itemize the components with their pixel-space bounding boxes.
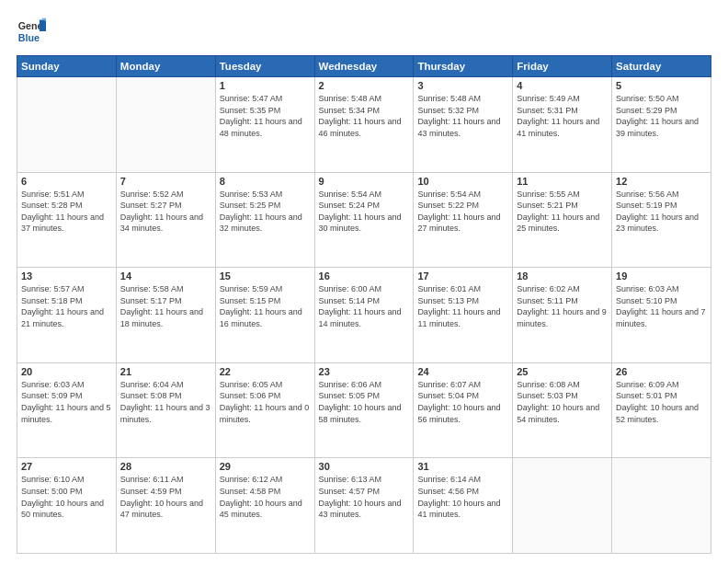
day-info: Sunrise: 6:08 AMSunset: 5:03 PMDaylight:… (517, 379, 608, 425)
day-info: Sunrise: 5:51 AMSunset: 5:28 PMDaylight:… (21, 189, 112, 235)
day-info: Sunrise: 5:48 AMSunset: 5:34 PMDaylight:… (319, 93, 410, 139)
day-info: Sunrise: 6:00 AMSunset: 5:14 PMDaylight:… (319, 283, 410, 329)
day-number: 18 (517, 270, 608, 282)
calendar-cell: 6Sunrise: 5:51 AMSunset: 5:28 PMDaylight… (17, 172, 117, 268)
calendar-cell: 16Sunrise: 6:00 AMSunset: 5:14 PMDayligh… (314, 268, 414, 363)
calendar-cell: 28Sunrise: 6:11 AMSunset: 4:59 PMDayligh… (116, 458, 215, 554)
calendar-cell: 18Sunrise: 6:02 AMSunset: 5:11 PMDayligh… (513, 268, 612, 363)
day-info: Sunrise: 5:59 AMSunset: 5:15 PMDaylight:… (220, 283, 311, 329)
day-number: 7 (120, 176, 211, 187)
calendar-week-row: 20Sunrise: 6:03 AMSunset: 5:09 PMDayligh… (17, 362, 711, 458)
day-number: 27 (21, 461, 112, 472)
calendar-cell: 21Sunrise: 6:04 AMSunset: 5:08 PMDayligh… (116, 362, 215, 458)
calendar-cell: 1Sunrise: 5:47 AMSunset: 5:35 PMDaylight… (215, 77, 314, 173)
day-number: 30 (319, 461, 410, 472)
day-info: Sunrise: 6:11 AMSunset: 4:59 PMDaylight:… (120, 474, 211, 520)
calendar-cell: 3Sunrise: 5:48 AMSunset: 5:32 PMDaylight… (414, 77, 513, 173)
day-number: 9 (319, 176, 410, 187)
day-number: 26 (616, 366, 707, 377)
day-info: Sunrise: 5:56 AMSunset: 5:19 PMDaylight:… (616, 189, 707, 235)
calendar-cell: 17Sunrise: 6:01 AMSunset: 5:13 PMDayligh… (414, 268, 513, 363)
calendar-cell (612, 458, 711, 554)
day-info: Sunrise: 6:07 AMSunset: 5:04 PMDaylight:… (417, 379, 508, 425)
calendar-cell: 25Sunrise: 6:08 AMSunset: 5:03 PMDayligh… (513, 362, 612, 458)
day-number: 1 (220, 80, 311, 91)
day-info: Sunrise: 6:10 AMSunset: 5:00 PMDaylight:… (21, 474, 112, 520)
calendar-cell: 30Sunrise: 6:13 AMSunset: 4:57 PMDayligh… (314, 458, 414, 554)
day-number: 17 (417, 270, 508, 282)
calendar-cell: 4Sunrise: 5:49 AMSunset: 5:31 PMDaylight… (513, 77, 612, 173)
header: General Blue (17, 17, 711, 46)
day-number: 8 (220, 176, 311, 187)
calendar-cell: 11Sunrise: 5:55 AMSunset: 5:21 PMDayligh… (513, 172, 612, 268)
day-info: Sunrise: 6:06 AMSunset: 5:05 PMDaylight:… (319, 379, 410, 425)
day-info: Sunrise: 5:50 AMSunset: 5:29 PMDaylight:… (616, 93, 707, 139)
calendar-cell: 22Sunrise: 6:05 AMSunset: 5:06 PMDayligh… (215, 362, 314, 458)
calendar-cell: 24Sunrise: 6:07 AMSunset: 5:04 PMDayligh… (414, 362, 513, 458)
day-info: Sunrise: 6:14 AMSunset: 4:56 PMDaylight:… (417, 474, 508, 520)
day-number: 16 (319, 270, 410, 282)
day-info: Sunrise: 6:02 AMSunset: 5:11 PMDaylight:… (517, 283, 608, 329)
day-info: Sunrise: 5:55 AMSunset: 5:21 PMDaylight:… (517, 189, 608, 235)
calendar-cell: 2Sunrise: 5:48 AMSunset: 5:34 PMDaylight… (314, 77, 414, 173)
day-number: 11 (517, 176, 608, 187)
day-info: Sunrise: 6:04 AMSunset: 5:08 PMDaylight:… (120, 379, 211, 425)
calendar-cell: 31Sunrise: 6:14 AMSunset: 4:56 PMDayligh… (414, 458, 513, 554)
calendar-cell: 5Sunrise: 5:50 AMSunset: 5:29 PMDaylight… (612, 77, 711, 173)
day-number: 13 (21, 270, 112, 282)
day-info: Sunrise: 6:09 AMSunset: 5:01 PMDaylight:… (616, 379, 707, 425)
calendar-week-row: 6Sunrise: 5:51 AMSunset: 5:28 PMDaylight… (17, 172, 711, 268)
calendar-cell (17, 77, 117, 173)
day-info: Sunrise: 6:12 AMSunset: 4:58 PMDaylight:… (220, 474, 311, 520)
day-number: 31 (417, 461, 508, 472)
day-number: 10 (417, 176, 508, 187)
calendar-cell: 15Sunrise: 5:59 AMSunset: 5:15 PMDayligh… (215, 268, 314, 363)
calendar-cell (116, 77, 215, 173)
day-number: 5 (616, 80, 707, 91)
calendar-cell: 20Sunrise: 6:03 AMSunset: 5:09 PMDayligh… (17, 362, 117, 458)
calendar-header-row: SundayMondayTuesdayWednesdayThursdayFrid… (17, 56, 711, 77)
day-number: 20 (21, 366, 112, 377)
calendar-weekday-friday: Friday (513, 56, 612, 77)
day-info: Sunrise: 6:03 AMSunset: 5:09 PMDaylight:… (21, 379, 112, 425)
day-info: Sunrise: 5:48 AMSunset: 5:32 PMDaylight:… (417, 93, 508, 139)
day-info: Sunrise: 5:54 AMSunset: 5:24 PMDaylight:… (319, 189, 410, 235)
day-number: 24 (417, 366, 508, 377)
day-number: 19 (616, 270, 707, 282)
day-info: Sunrise: 6:03 AMSunset: 5:10 PMDaylight:… (616, 283, 707, 329)
logo-icon: General Blue (17, 17, 46, 46)
day-info: Sunrise: 6:05 AMSunset: 5:06 PMDaylight:… (220, 379, 311, 425)
calendar-weekday-saturday: Saturday (612, 56, 711, 77)
day-info: Sunrise: 6:01 AMSunset: 5:13 PMDaylight:… (417, 283, 508, 329)
day-info: Sunrise: 5:53 AMSunset: 5:25 PMDaylight:… (220, 189, 311, 235)
day-info: Sunrise: 5:58 AMSunset: 5:17 PMDaylight:… (120, 283, 211, 329)
calendar-cell: 19Sunrise: 6:03 AMSunset: 5:10 PMDayligh… (612, 268, 711, 363)
calendar-cell: 10Sunrise: 5:54 AMSunset: 5:22 PMDayligh… (414, 172, 513, 268)
day-info: Sunrise: 5:52 AMSunset: 5:27 PMDaylight:… (120, 189, 211, 235)
day-number: 14 (120, 270, 211, 282)
day-number: 15 (220, 270, 311, 282)
calendar-table: SundayMondayTuesdayWednesdayThursdayFrid… (17, 55, 711, 554)
day-info: Sunrise: 5:54 AMSunset: 5:22 PMDaylight:… (417, 189, 508, 235)
logo: General Blue (17, 17, 46, 46)
calendar-cell (513, 458, 612, 554)
calendar-cell: 27Sunrise: 6:10 AMSunset: 5:00 PMDayligh… (17, 458, 117, 554)
day-info: Sunrise: 5:57 AMSunset: 5:18 PMDaylight:… (21, 283, 112, 329)
calendar-cell: 8Sunrise: 5:53 AMSunset: 5:25 PMDaylight… (215, 172, 314, 268)
day-number: 6 (21, 176, 112, 187)
day-number: 4 (517, 80, 608, 91)
calendar-cell: 26Sunrise: 6:09 AMSunset: 5:01 PMDayligh… (612, 362, 711, 458)
day-number: 21 (120, 366, 211, 377)
day-info: Sunrise: 5:47 AMSunset: 5:35 PMDaylight:… (220, 93, 311, 139)
day-info: Sunrise: 5:49 AMSunset: 5:31 PMDaylight:… (517, 93, 608, 139)
calendar-cell: 12Sunrise: 5:56 AMSunset: 5:19 PMDayligh… (612, 172, 711, 268)
calendar-week-row: 13Sunrise: 5:57 AMSunset: 5:18 PMDayligh… (17, 268, 711, 363)
day-number: 2 (319, 80, 410, 91)
calendar-cell: 7Sunrise: 5:52 AMSunset: 5:27 PMDaylight… (116, 172, 215, 268)
calendar-weekday-tuesday: Tuesday (215, 56, 314, 77)
day-info: Sunrise: 6:13 AMSunset: 4:57 PMDaylight:… (319, 474, 410, 520)
calendar-week-row: 1Sunrise: 5:47 AMSunset: 5:35 PMDaylight… (17, 77, 711, 173)
svg-text:Blue: Blue (18, 32, 40, 43)
calendar-cell: 23Sunrise: 6:06 AMSunset: 5:05 PMDayligh… (314, 362, 414, 458)
day-number: 3 (417, 80, 508, 91)
